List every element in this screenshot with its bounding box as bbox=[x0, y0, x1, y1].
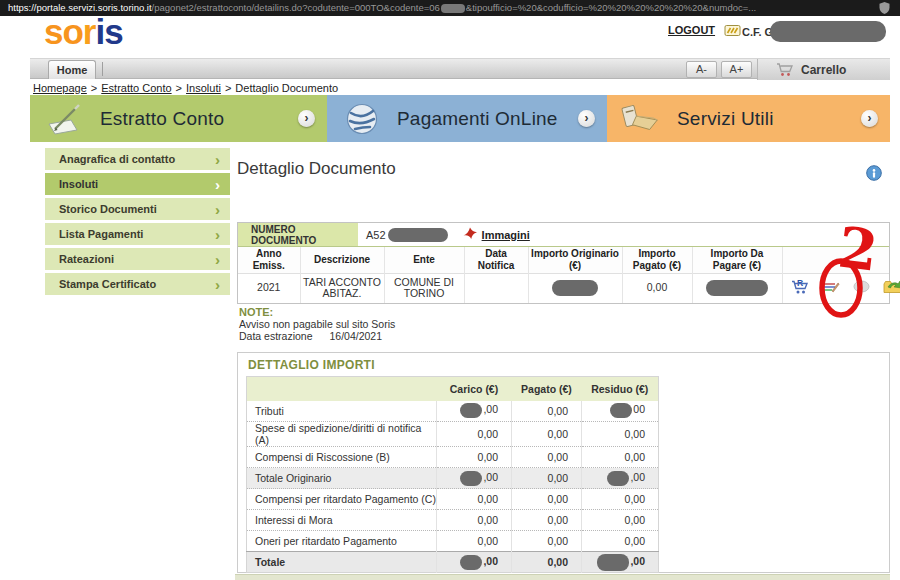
sidebar-item-label: Rateazioni bbox=[59, 253, 114, 265]
logout-link[interactable]: LOGOUT bbox=[668, 24, 715, 36]
logo-part-3: is bbox=[95, 12, 122, 51]
redacted-fiscal-code bbox=[770, 21, 886, 42]
dettaglio-importi-title: DETTAGLIO IMPORTI bbox=[248, 358, 375, 372]
sidebar-item-label: Storico Documenti bbox=[59, 203, 157, 215]
toolbar-divider bbox=[102, 62, 103, 76]
chevron-right-icon: › bbox=[215, 277, 220, 292]
breadcrumb-link-homepage[interactable]: Homepage bbox=[33, 82, 87, 94]
importi-column-header: Residuo (€) bbox=[582, 377, 659, 401]
document-number-row: NUMERO DOCUMENTO A52 Immagini bbox=[238, 223, 889, 247]
importi-row-totale-originario: Totale Originario,000,00,00 bbox=[247, 468, 659, 489]
redacted-amount bbox=[607, 471, 629, 486]
chevron-right-icon: › bbox=[215, 252, 220, 267]
shield-icon[interactable] bbox=[879, 2, 890, 14]
font-increase-button[interactable]: A+ bbox=[721, 61, 752, 78]
importi-cell-label: Compensi per ritardato Pagamento (C) bbox=[247, 489, 437, 510]
note-line-2-label: Data estrazione bbox=[239, 330, 313, 342]
breadcrumb-separator: > bbox=[176, 82, 182, 94]
main-nav-banner: Estratto Conto › Pagamenti OnLine › bbox=[30, 95, 890, 142]
breadcrumb-current: Dettaglio Documento bbox=[235, 82, 338, 94]
sidebar-item-stampa-certificato[interactable]: Stampa Certificato› bbox=[45, 273, 230, 295]
importi-cell-value: ,00 bbox=[437, 468, 512, 489]
cart-button[interactable]: Carrello bbox=[757, 59, 890, 80]
redacted-amount bbox=[460, 471, 482, 486]
page: soris LOGOUT C.F. G Home A- A+ Carrello … bbox=[30, 16, 890, 580]
importi-cell-value: 00 bbox=[582, 401, 659, 422]
redacted-amount bbox=[460, 403, 482, 418]
tab-pagamenti-online[interactable]: Pagamenti OnLine › bbox=[327, 95, 607, 142]
tab-estratto-conto[interactable]: Estratto Conto › bbox=[30, 95, 327, 142]
sidebar-item-storico-documenti[interactable]: Storico Documenti› bbox=[45, 198, 230, 220]
importi-column-header: Carico (€) bbox=[437, 377, 512, 401]
note-section: NOTE: Avviso non pagabile sul sito Soris… bbox=[239, 306, 395, 342]
tab-servizi-utili[interactable]: Servizi Utili › bbox=[607, 95, 890, 142]
importi-cell-value: 0,00 bbox=[437, 531, 512, 552]
calculator-book-icon bbox=[621, 102, 663, 136]
document-table-header-row: Anno Emiss.DescrizioneEnteData NotificaI… bbox=[238, 247, 889, 273]
detail-lines-icon[interactable] bbox=[822, 280, 840, 297]
breadcrumb-link-estratto-conto[interactable]: Estratto Conto bbox=[101, 82, 171, 94]
cell-ente: COMUNE DI TORINO bbox=[384, 273, 464, 303]
folder-export-icon[interactable] bbox=[883, 279, 900, 297]
document-summary-box: NUMERO DOCUMENTO A52 Immagini Anno Emiss… bbox=[237, 222, 890, 304]
importi-cell-value: ,00 bbox=[582, 468, 659, 489]
sidebar-item-insoluti[interactable]: Insoluti› bbox=[45, 173, 230, 195]
font-decrease-button[interactable]: A- bbox=[686, 61, 717, 78]
sidebar-item-rateazioni[interactable]: Rateazioni› bbox=[45, 248, 230, 270]
note-title: NOTE: bbox=[239, 306, 395, 318]
document-number-value: A52 bbox=[366, 229, 386, 241]
view-disabled-icon bbox=[853, 280, 870, 296]
importi-cell-label: Spese di spedizione/diritti di notifica … bbox=[247, 422, 437, 447]
browser-address-bar[interactable]: https://portale.servizi.soris.torino.it/… bbox=[0, 0, 900, 16]
importi-cell-label: Interessi di Mora bbox=[247, 510, 437, 531]
sidebar-item-label: Stampa Certificato bbox=[59, 278, 156, 290]
redacted-amount bbox=[597, 554, 629, 571]
cart-add-icon[interactable]: R bbox=[790, 278, 810, 298]
tab-label: Servizi Utili bbox=[677, 108, 774, 130]
importi-cell-value: 0,00 bbox=[512, 401, 582, 422]
tab-arrow-icon[interactable]: › bbox=[578, 110, 595, 127]
redacted-importo-originario bbox=[552, 280, 598, 296]
importi-cell-value: ,00 bbox=[437, 552, 512, 573]
home-tab[interactable]: Home bbox=[48, 60, 96, 79]
immagini-link[interactable]: Immagini bbox=[482, 229, 530, 241]
cell-actions: R bbox=[782, 273, 889, 303]
importi-row-spese-di-spedizione-diritti-di-notifica-a: Spese di spedizione/diritti di notifica … bbox=[247, 422, 659, 447]
url-path-before: /pagonet2/estrattoconto/detailins.do?cod… bbox=[152, 2, 440, 13]
document-column-header: Anno Emiss. bbox=[238, 247, 300, 273]
importi-cell-label: Tributi bbox=[247, 401, 437, 422]
importi-cell-value: 0,00 bbox=[512, 468, 582, 489]
importi-cell-value: ,00 bbox=[437, 401, 512, 422]
document-column-header: Importo Originario (€) bbox=[528, 247, 622, 273]
importi-cell-value: 0,00 bbox=[437, 510, 512, 531]
logo-part-1: so bbox=[44, 12, 83, 51]
importi-cell-value: ,00 bbox=[582, 552, 659, 573]
info-icon[interactable] bbox=[866, 165, 882, 185]
document-column-header bbox=[782, 247, 889, 273]
cart-icon bbox=[776, 62, 794, 77]
importi-cell-value: 0,00 bbox=[512, 552, 582, 573]
secondary-toolbar: Home A- A+ Carrello bbox=[30, 58, 890, 79]
sidebar-item-lista-pagamenti[interactable]: Lista Pagamenti› bbox=[45, 223, 230, 245]
tab-arrow-icon[interactable]: › bbox=[298, 110, 315, 127]
logout-area: LOGOUT bbox=[668, 24, 741, 36]
tab-arrow-icon[interactable]: › bbox=[861, 110, 878, 127]
pdf-icon[interactable] bbox=[462, 227, 478, 242]
importi-table-header-row: Carico (€)Pagato (€)Residuo (€) bbox=[247, 377, 659, 401]
soris-logo[interactable]: soris bbox=[44, 12, 123, 52]
cell-importo-da-pagare bbox=[692, 273, 782, 303]
importi-row-totale: Totale,000,00,00 bbox=[247, 552, 659, 573]
sidebar-item-anagrafica-di-contatto[interactable]: Anagrafica di contatto› bbox=[45, 148, 230, 170]
breadcrumb-link-insoluti[interactable]: Insoluti bbox=[186, 82, 221, 94]
chevron-right-icon: › bbox=[215, 152, 220, 167]
importi-cell-value: 0,00 bbox=[582, 531, 659, 552]
importi-cell-value: 0,00 bbox=[512, 510, 582, 531]
redacted-importo-da-pagare bbox=[706, 280, 768, 296]
cell-data-notifica bbox=[464, 273, 528, 303]
document-column-header: Importo Pagato (€) bbox=[622, 247, 692, 273]
page-title: Dettaglio Documento bbox=[237, 159, 396, 179]
breadcrumb: Homepage>Estratto Conto>Insoluti>Dettagl… bbox=[33, 82, 338, 94]
importi-cell-value: 0,00 bbox=[512, 531, 582, 552]
redacted-amount bbox=[610, 403, 632, 418]
importi-row-compensi-di-riscossione-b: Compensi di Riscossione (B)0,000,000,00 bbox=[247, 447, 659, 468]
